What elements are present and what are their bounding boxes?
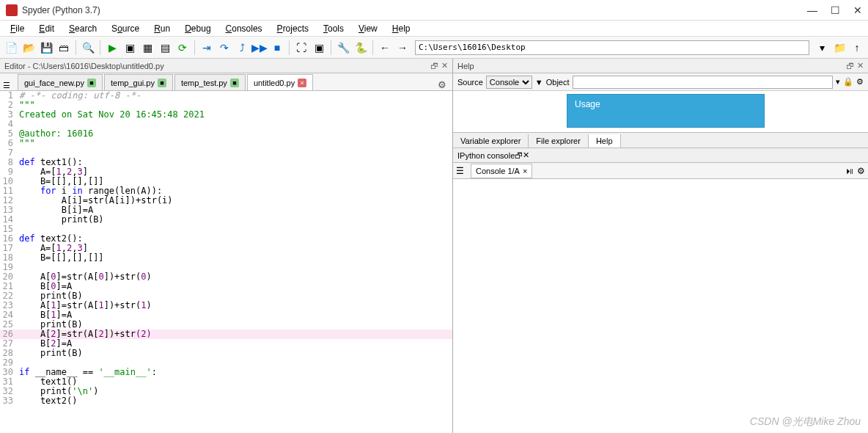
tab-help[interactable]: Help xyxy=(589,134,621,148)
console-close-icon[interactable]: ✕ xyxy=(523,150,529,160)
close-icon[interactable]: ■ xyxy=(230,79,239,87)
editor-tabs: ☰ gui_face_new.py■temp_gui.py■temp_test.… xyxy=(0,73,452,91)
help-content: Usage xyxy=(453,91,868,132)
close-icon[interactable]: ■ xyxy=(158,79,166,87)
menu-source[interactable]: Source xyxy=(106,22,145,35)
editor-tab[interactable]: untitled0.py× xyxy=(247,74,313,90)
preferences-icon[interactable]: 🔧 xyxy=(335,40,351,56)
nav-forward-icon[interactable]: → xyxy=(394,40,411,56)
nav-back-icon[interactable]: ← xyxy=(377,40,393,56)
console-undock-icon[interactable]: 🗗 xyxy=(515,151,523,160)
menu-view[interactable]: View xyxy=(353,22,383,35)
open-file-icon[interactable]: 📂 xyxy=(21,40,37,56)
fullscreen-icon[interactable]: ▣ xyxy=(311,40,327,56)
right-sub-tabs: Variable explorer File explorer Help xyxy=(453,132,868,148)
console-output[interactable] xyxy=(453,179,868,433)
menu-file[interactable]: File xyxy=(4,22,30,35)
tab-file-explorer[interactable]: File explorer xyxy=(529,134,589,148)
main-toolbar: 📄 📂 💾 🗃 🔍 ▶ ▣ ▦ ▤ ⟳ ⇥ ↷ ⤴ ▶▶ ■ ⛶ ▣ 🔧 🐍 ←… xyxy=(0,37,868,59)
close-icon[interactable]: ■ xyxy=(87,79,96,87)
run-cell-advance-icon[interactable]: ▦ xyxy=(139,40,155,56)
menu-search[interactable]: Search xyxy=(63,22,103,35)
maximize-button[interactable]: ☐ xyxy=(831,4,840,16)
close-icon[interactable]: × xyxy=(298,79,306,87)
console-tab-list-icon[interactable]: ☰ xyxy=(456,166,468,176)
editor-tab[interactable]: temp_test.py■ xyxy=(174,74,246,90)
help-undock-icon[interactable]: 🗗 xyxy=(846,62,854,70)
debug-continue-icon[interactable]: ▶▶ xyxy=(251,40,268,56)
browse-dir-icon[interactable]: 📁 xyxy=(831,40,847,56)
debug-step-out-icon[interactable]: ⤴ xyxy=(234,40,250,56)
debug-step-into-icon[interactable]: ⇥ xyxy=(199,40,215,56)
help-source-label: Source xyxy=(457,78,483,87)
help-lock-icon[interactable]: 🔒 xyxy=(843,77,853,87)
parent-dir-icon[interactable]: ↑ xyxy=(849,40,865,56)
menu-debug[interactable]: Debug xyxy=(179,22,216,35)
editor-tab[interactable]: gui_face_new.py■ xyxy=(18,74,103,90)
run-icon[interactable]: ▶ xyxy=(104,40,120,56)
maximize-pane-icon[interactable]: ⛶ xyxy=(293,40,309,56)
editor-tab[interactable]: temp_gui.py■ xyxy=(104,74,173,90)
help-object-label: Object xyxy=(546,78,570,87)
path-dropdown-icon[interactable]: ▾ xyxy=(814,40,830,56)
title-bar: Spyder (Python 3.7) — ☐ ✕ xyxy=(0,0,868,21)
console-interrupt-icon[interactable]: ⏯ xyxy=(845,166,854,176)
working-dir-input[interactable]: C:\Users\16016\Desktop xyxy=(415,40,809,55)
debug-stop-icon[interactable]: ■ xyxy=(269,40,285,56)
editor-close-icon[interactable]: ✕ xyxy=(441,61,448,70)
close-icon[interactable]: × xyxy=(523,167,527,175)
save-icon[interactable]: 💾 xyxy=(38,40,54,56)
help-options-icon[interactable]: ⚙ xyxy=(856,77,864,87)
help-toolbar: Source Console ▼ Object ▾ 🔒 ⚙ xyxy=(453,73,868,91)
search-icon[interactable]: 🔍 xyxy=(80,40,96,56)
menu-help[interactable]: Help xyxy=(386,22,416,35)
help-close-icon[interactable]: ✕ xyxy=(857,61,864,70)
usage-heading: Usage xyxy=(567,94,765,128)
menu-consoles[interactable]: Consoles xyxy=(220,22,268,35)
python-path-icon[interactable]: 🐍 xyxy=(353,40,369,56)
menu-tools[interactable]: Tools xyxy=(317,22,350,35)
run-cell-icon[interactable]: ▣ xyxy=(122,40,138,56)
help-pane-title: Help 🗗 ✕ xyxy=(453,59,868,73)
editor-options-icon[interactable]: ⚙ xyxy=(435,79,449,90)
editor-undock-icon[interactable]: 🗗 xyxy=(430,62,438,70)
tab-variable-explorer[interactable]: Variable explorer xyxy=(453,134,529,148)
menu-run[interactable]: Run xyxy=(148,22,176,35)
close-button[interactable]: ✕ xyxy=(853,4,862,16)
code-editor[interactable]: 1# -*- coding: utf-8 -*-2"""3Created on … xyxy=(0,91,452,433)
console-options-icon[interactable]: ⚙ xyxy=(857,166,865,176)
help-source-select[interactable]: Console xyxy=(486,76,532,89)
menu-edit[interactable]: Edit xyxy=(33,22,60,35)
app-logo-icon xyxy=(6,4,18,16)
save-all-icon[interactable]: 🗃 xyxy=(56,40,72,56)
minimize-button[interactable]: — xyxy=(807,4,817,16)
console-tab[interactable]: Console 1/A × xyxy=(471,164,532,178)
rerun-icon[interactable]: ⟳ xyxy=(174,40,191,56)
tab-list-icon[interactable]: ☰ xyxy=(3,81,16,90)
console-tabs: ☰ Console 1/A × ⏯ ⚙ xyxy=(453,163,868,179)
window-title: Spyder (Python 3.7) xyxy=(22,5,807,15)
editor-pane-title: Editor - C:\Users\16016\Desktop\untitled… xyxy=(0,59,452,73)
run-selection-icon[interactable]: ▤ xyxy=(157,40,173,56)
help-object-input[interactable] xyxy=(573,76,833,89)
new-file-icon[interactable]: 📄 xyxy=(3,40,19,56)
debug-step-over-icon[interactable]: ↷ xyxy=(216,40,232,56)
menu-projects[interactable]: Projects xyxy=(271,22,315,35)
menu-bar: File Edit Search Source Run Debug Consol… xyxy=(0,21,868,37)
console-pane-title: IPython console 🗗 ✕ xyxy=(453,148,868,163)
